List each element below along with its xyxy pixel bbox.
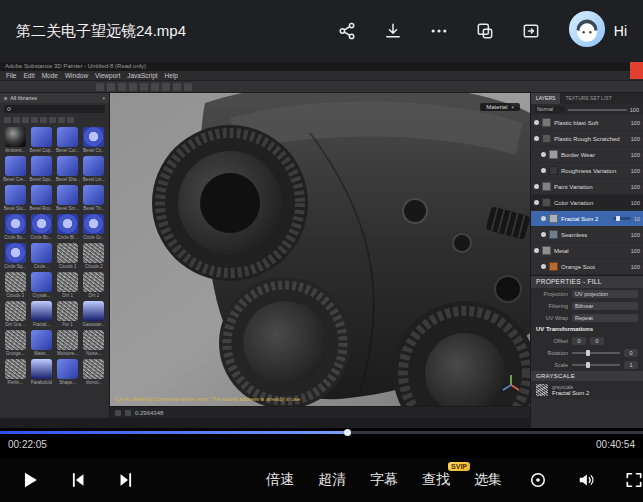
asset-item: Paraboloid [29,359,53,385]
asset-label: Circle Bl... [57,235,78,240]
asset-item: Bevel Squ... [29,156,53,182]
visibility-eye-icon [534,200,539,205]
scale-value: 1 [624,361,638,369]
asset-item: Bevel Tri... [82,185,106,211]
download-icon[interactable] [382,20,404,42]
previous-episode-button[interactable] [66,468,90,492]
layers-panel-tabs: LAYERS TEXTURE SET LIST [531,93,643,104]
asset-label: Bevel Sm... [56,206,79,211]
layer-thumbnail [549,166,558,175]
projection-row: Projection UV projection [531,288,643,300]
layer-thumbnail [542,246,551,255]
video-surface[interactable]: Adobe Substance 3D Painter - Untitled-8 … [0,62,643,428]
visibility-eye-icon [541,168,546,173]
layer-opacity-value: 100 [631,200,640,206]
asset-item: Vornoi... [82,359,106,385]
ui-icon-box [115,410,121,416]
projection-value: UV projection [572,290,638,298]
asset-swatch [5,156,26,176]
asset-swatch [31,214,52,234]
asset-label: Bevel Lin... [83,177,105,182]
filtering-label: Filtering [536,303,568,309]
asset-item: Clouds 1 [56,243,80,269]
scale-row: Scale 1 [531,359,643,371]
asset-label: Circle Bu... [4,235,26,240]
fullscreen-icon[interactable] [622,468,643,492]
asset-swatch [5,243,26,263]
asset-swatch [31,127,52,147]
next-episode-button[interactable] [114,468,138,492]
ui-icon-box [4,117,11,123]
scale-slider-knob [586,362,590,368]
sp-toolbar [0,81,643,93]
asset-swatch [31,272,52,292]
ui-icon-box [173,83,181,91]
layer-thumbnail [542,198,551,207]
asset-item: Bevel Lin... [82,156,106,182]
layer-row: Color Variation100 [531,195,643,211]
asset-swatch [31,156,52,176]
record-icon[interactable] [526,468,550,492]
asset-label: Water... [34,351,49,356]
layer-row: Plastic blast Soft100 [531,115,643,131]
svip-badge: SVIP [448,462,470,471]
layer-row: Plastic Rough Scratched100 [531,131,643,147]
asset-label: Bevel Sto... [4,206,27,211]
layer-row: Paint Variation100 [531,179,643,195]
viewport-status-row: 0.2964348 [110,406,530,418]
subtitles-button[interactable]: 字幕 [370,471,398,489]
asset-swatch [83,214,104,234]
screenshot-icon[interactable] [474,20,496,42]
asset-label: Bevel Rou... [29,206,53,211]
asset-label: Perlin... [7,380,22,385]
uv-wrap-row: UV Wrap Repeat [531,312,643,324]
asset-item: Bevel Cop... [29,127,53,153]
more-options-icon[interactable] [428,20,450,42]
account-button[interactable]: Hi [568,10,627,52]
layer-row: Fractal Sum 210 [531,211,643,227]
progress-zone: 00:22:05 00:40:54 [0,428,643,458]
viewport-3d: Material ▾ [Ls-Ac ReWnk] Command server … [110,93,530,406]
mini-player-icon[interactable] [520,20,542,42]
asset-label: Moisture... [57,351,78,356]
progress-thumb[interactable] [344,429,351,436]
playback-speed-button[interactable]: 倍速 [266,471,294,489]
asset-swatch [57,359,78,379]
search-in-video-button[interactable]: 查找 SVIP [422,471,450,489]
asset-swatch [83,243,104,263]
volume-icon[interactable] [574,468,598,492]
progress-bar[interactable] [0,431,643,434]
asset-label: Clouds 1 [59,264,77,269]
blend-mode-row: Normal 100 [531,104,643,115]
visibility-eye-icon [541,232,546,237]
asset-label: Dirt 2 [88,293,99,298]
assets-search-input [4,105,105,113]
material-mode-selector: Material ▾ [480,103,520,111]
layer-opacity-value: 100 [631,248,640,254]
layer-thumbnail [549,214,558,223]
asset-label: Bevel Squ... [29,177,53,182]
properties-panel: PROPERTIES - FILL Projection UV projecti… [531,275,643,399]
red-indicator [630,62,643,79]
asset-label: Dirt 1 [62,293,73,298]
asset-item: Dirt 2 [82,272,106,298]
top-bar-actions: Hi [336,10,627,52]
menu-edit: Edit [23,71,34,80]
share-icon[interactable] [336,20,358,42]
progress-fill [0,431,347,434]
quality-button[interactable]: 超清 [318,471,346,489]
ui-icon-box [151,83,159,91]
asset-item: Circle Bu... [3,214,27,240]
play-button[interactable] [18,468,42,492]
asset-swatch [57,185,78,205]
total-duration: 00:40:54 [596,439,635,450]
asset-label: Clouds 2 [85,264,103,269]
asset-label: Ambient... [5,148,25,153]
asset-swatch [31,301,52,321]
ui-icon-box [96,83,104,91]
asset-label: Fur 1 [62,322,73,327]
episodes-button[interactable]: 选集 [474,471,502,489]
menu-file: File [6,71,16,80]
menu-help: Help [165,71,178,80]
menu-javascript: JavaScript [127,71,157,80]
